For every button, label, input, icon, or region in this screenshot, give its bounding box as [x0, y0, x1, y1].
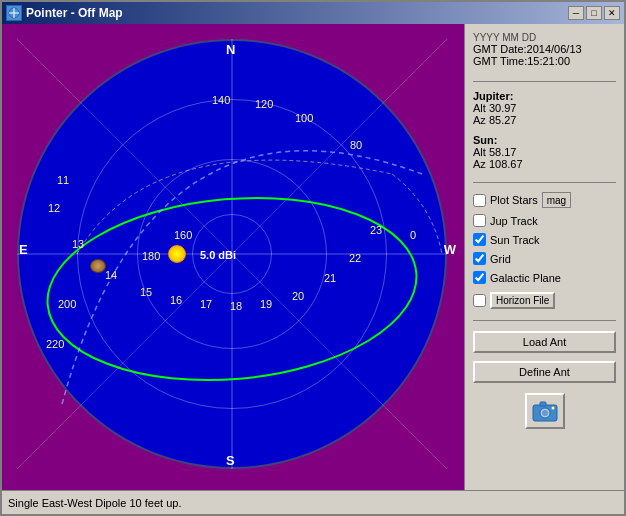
- divider-2: [473, 182, 616, 183]
- deg-15: 15: [140, 286, 152, 298]
- jup-track-label: Jup Track: [490, 215, 538, 227]
- divider-1: [473, 81, 616, 82]
- gmt-time-value: 15:21:00: [527, 55, 570, 67]
- gmt-date-value: 2014/06/13: [527, 43, 582, 55]
- gmt-date-row: GMT Date:2014/06/13: [473, 43, 616, 55]
- sun-alt-label: Alt: [473, 146, 486, 158]
- sun-az-value: 108.67: [489, 158, 523, 170]
- plot-stars-row: Plot Stars mag: [473, 192, 616, 208]
- maximize-button[interactable]: □: [586, 6, 602, 20]
- deg-20: 20: [292, 290, 304, 302]
- horizon-file-button[interactable]: Horizon File: [490, 292, 555, 309]
- jupiter-name: Jupiter:: [473, 90, 616, 102]
- direction-S: S: [226, 453, 235, 468]
- deg-120: 120: [255, 98, 273, 110]
- horizon-file-row: Horizon File: [473, 290, 616, 311]
- title-bar-left: Pointer - Off Map: [6, 5, 123, 21]
- deg-0: 0: [410, 229, 416, 241]
- direction-W: W: [444, 242, 456, 257]
- jupiter-alt: Alt 30.97: [473, 102, 616, 114]
- close-button[interactable]: ✕: [604, 6, 620, 20]
- deg-14: 14: [105, 269, 117, 281]
- main-content: N S E W 11 12 13 14 15 16 17 18 19 20 21…: [2, 24, 624, 490]
- sun-track-label: Sun Track: [490, 234, 540, 246]
- sun-name: Sun:: [473, 134, 616, 146]
- jupiter-az-label: Az: [473, 114, 486, 126]
- jup-track-row: Jup Track: [473, 214, 616, 227]
- deg-17: 17: [200, 298, 212, 310]
- deg-21: 21: [324, 272, 336, 284]
- deg-100: 100: [295, 112, 313, 124]
- sun-alt-value: 58.17: [489, 146, 517, 158]
- sun-alt: Alt 58.17: [473, 146, 616, 158]
- deg-22: 22: [349, 252, 361, 264]
- svg-point-12: [551, 407, 554, 410]
- camera-button[interactable]: [525, 393, 565, 429]
- deg-180: 180: [142, 250, 160, 262]
- deg-19: 19: [260, 298, 272, 310]
- gmt-date-label: GMT Date:: [473, 43, 527, 55]
- jupiter-alt-value: 30.97: [489, 102, 517, 114]
- status-text: Single East-West Dipole 10 feet up.: [8, 497, 181, 509]
- app-icon: [6, 5, 22, 21]
- gmt-time-label: GMT Time:: [473, 55, 527, 67]
- map-area: N S E W 11 12 13 14 15 16 17 18 19 20 21…: [2, 24, 464, 490]
- grid-label: Grid: [490, 253, 511, 265]
- deg-16: 16: [170, 294, 182, 306]
- direction-E: E: [19, 242, 28, 257]
- define-ant-button[interactable]: Define Ant: [473, 361, 616, 383]
- deg-11: 11: [57, 174, 69, 186]
- deg-23: 23: [370, 224, 382, 236]
- galactic-plane-row: Galactic Plane: [473, 271, 616, 284]
- sun-object: [168, 245, 186, 263]
- grid-row: Grid: [473, 252, 616, 265]
- galactic-plane-label: Galactic Plane: [490, 272, 561, 284]
- sun-az: Az 108.67: [473, 158, 616, 170]
- deg-80: 80: [350, 139, 362, 151]
- grid-checkbox[interactable]: [473, 252, 486, 265]
- title-buttons: ─ □ ✕: [568, 6, 620, 20]
- deg-160: 160: [174, 229, 192, 241]
- jupiter-object: [90, 259, 106, 273]
- deg-200: 200: [58, 298, 76, 310]
- galactic-plane-checkbox[interactable]: [473, 271, 486, 284]
- jupiter-az: Az 85.27: [473, 114, 616, 126]
- status-bar: Single East-West Dipole 10 feet up.: [2, 490, 624, 514]
- divider-3: [473, 320, 616, 321]
- sun-az-label: Az: [473, 158, 486, 170]
- date-section: YYYY MM DD GMT Date:2014/06/13 GMT Time:…: [473, 32, 616, 67]
- deg-18: 18: [230, 300, 242, 312]
- svg-point-10: [542, 410, 548, 416]
- mag-button[interactable]: mag: [542, 192, 571, 208]
- date-format-label: YYYY MM DD: [473, 32, 616, 43]
- deg-140: 140: [212, 94, 230, 106]
- minimize-button[interactable]: ─: [568, 6, 584, 20]
- main-window: Pointer - Off Map ─ □ ✕: [0, 0, 626, 516]
- jupiter-az-value: 85.27: [489, 114, 517, 126]
- sun-section: Sun: Alt 58.17 Az 108.67: [473, 134, 616, 170]
- jup-track-checkbox[interactable]: [473, 214, 486, 227]
- sun-track-checkbox[interactable]: [473, 233, 486, 246]
- gmt-time-row: GMT Time:15:21:00: [473, 55, 616, 67]
- deg-12: 12: [48, 202, 60, 214]
- window-title: Pointer - Off Map: [26, 6, 123, 20]
- horizon-file-checkbox[interactable]: [473, 294, 486, 307]
- sun-track-row: Sun Track: [473, 233, 616, 246]
- jupiter-alt-label: Alt: [473, 102, 486, 114]
- plot-stars-label: Plot Stars: [490, 194, 538, 206]
- plot-stars-checkbox[interactable]: [473, 194, 486, 207]
- svg-rect-11: [540, 402, 546, 406]
- center-label: 5.0 dBi: [200, 249, 236, 261]
- jupiter-section: Jupiter: Alt 30.97 Az 85.27: [473, 90, 616, 126]
- direction-N: N: [226, 42, 235, 57]
- right-panel: YYYY MM DD GMT Date:2014/06/13 GMT Time:…: [464, 24, 624, 490]
- load-ant-button[interactable]: Load Ant: [473, 331, 616, 353]
- deg-13: 13: [72, 238, 84, 250]
- title-bar: Pointer - Off Map ─ □ ✕: [2, 2, 624, 24]
- deg-220: 220: [46, 338, 64, 350]
